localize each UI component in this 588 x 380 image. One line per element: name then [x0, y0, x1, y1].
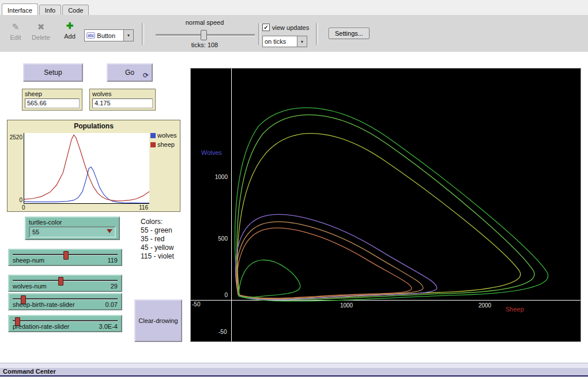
command-line[interactable]	[0, 377, 588, 380]
populations-series-svg	[24, 133, 149, 203]
command-center-header: Command Center	[0, 368, 588, 377]
wolves-num-slider[interactable]: wolves-num 29	[8, 275, 122, 292]
interface-canvas: Setup Go ⟳ sheep 565.66 wolves 4.175 Pop…	[0, 52, 588, 363]
slider-label: predation-rate-slider	[13, 323, 69, 330]
setup-label: Setup	[44, 69, 62, 77]
chevron-down-icon: ▼	[297, 36, 307, 47]
edit-button[interactable]: ✎ Edit	[3, 22, 28, 42]
toolbar-separator	[258, 23, 261, 45]
plot-drawing-area	[24, 133, 149, 204]
colors-note: Colors: 55 - green 35 - red 45 - yellow …	[141, 218, 195, 261]
colors-note-line: 55 - green	[141, 226, 195, 235]
update-mode-select[interactable]: on ticks ▼	[262, 36, 307, 47]
slider-value: 119	[107, 257, 118, 264]
toolbar-separator	[142, 23, 144, 45]
colors-note-line: 45 - yellow	[141, 244, 195, 252]
pencil-icon: ✎	[3, 22, 28, 32]
netlogo-window: Interface Info Code ✎ Edit ✖ Delete ✚ Ad…	[0, 0, 588, 380]
setup-button[interactable]: Setup	[23, 63, 83, 82]
go-label: Go	[125, 69, 134, 77]
monitor-label: sheep	[22, 89, 82, 97]
command-center-title: Command Center	[3, 368, 56, 375]
settings-button[interactable]: Settings...	[329, 28, 370, 39]
speed-slider-handle[interactable]	[201, 30, 207, 40]
sheep-num-slider[interactable]: sheep-num 119	[8, 249, 122, 266]
clear-drawing-button[interactable]: Clear-drowing	[134, 299, 182, 342]
x-min-tick: 0	[22, 204, 25, 211]
slider-value: 3.0E-4	[99, 323, 118, 330]
wolves-monitor: wolves 4.175	[89, 89, 156, 111]
x-max-tick: 116	[139, 204, 148, 211]
sheep-birth-rate-slider[interactable]: sheep-birth-rate-slider 0.07	[8, 293, 122, 310]
delete-icon: ✖	[29, 22, 53, 32]
add-widget-button[interactable]: ✚ Add	[58, 21, 82, 41]
abc-icon: abc	[86, 32, 95, 39]
y-tick-500: 500	[210, 235, 228, 242]
toolbar: ✎ Edit ✖ Delete ✚ Add abc Button ▼ norma…	[0, 15, 588, 52]
y-tick-0: 0	[210, 292, 228, 298]
slider-label: sheep-birth-rate-slider	[13, 301, 75, 308]
wolves-legend-label: wolves	[157, 132, 177, 139]
forever-loop-icon: ⟳	[143, 72, 149, 79]
view-updates-label: view updates	[272, 24, 309, 31]
clear-drawing-label: Clear-drowing	[138, 317, 178, 324]
monitor-value: 4.175	[92, 98, 153, 108]
sheep-legend-swatch	[150, 142, 156, 147]
x-tick-2000: 2000	[476, 302, 493, 309]
colors-note-title: Colors:	[141, 218, 195, 226]
monitor-value: 565.66	[25, 98, 80, 108]
checkbox-check-icon: ✓	[262, 24, 270, 31]
tab-code[interactable]: Code	[62, 5, 89, 16]
y-min-tick: -50	[218, 329, 227, 335]
slider-groove	[13, 320, 118, 322]
delete-label: Delete	[32, 34, 50, 41]
ticks-counter: ticks: 108	[166, 41, 243, 48]
slider-groove	[13, 280, 118, 282]
tab-info[interactable]: Info	[39, 5, 61, 16]
predation-rate-slider[interactable]: predation-rate-slider 3.0E-4	[8, 315, 122, 332]
view-updates-checkbox[interactable]: ✓ view updates	[262, 24, 309, 31]
y-min-tick: 0	[7, 197, 22, 203]
sheep-monitor: sheep 565.66	[22, 89, 82, 111]
widget-type-value: Button	[97, 32, 115, 39]
y-max-tick: 2520	[7, 134, 22, 140]
x-tick-1000: 1000	[338, 302, 355, 309]
slider-label: sheep-num	[13, 257, 44, 264]
populations-plot: Populations 2520 0 0 116 wolves sheep	[7, 120, 180, 212]
legend-item-sheep: sheep	[150, 141, 175, 148]
sheep-legend-label: sheep	[157, 141, 175, 148]
chevron-down-icon	[107, 229, 112, 233]
x-axis-title: Sheep	[506, 306, 524, 313]
add-label: Add	[64, 33, 76, 40]
wolves-legend-swatch	[150, 133, 156, 138]
world-view-canvas: Wolves Sheep 1000 500 0 -50 1000 2000 -5…	[190, 68, 581, 342]
tab-bar: Interface Info Code	[0, 0, 588, 16]
go-button[interactable]: Go ⟳	[107, 63, 153, 82]
plus-icon: ✚	[58, 21, 82, 31]
monitor-label: wolves	[90, 89, 155, 97]
turtles-color-chooser[interactable]: turtles-color 55	[25, 216, 120, 240]
slider-value: 0.07	[105, 301, 118, 308]
slider-value: 29	[111, 283, 118, 290]
plot-title: Populations	[7, 120, 180, 130]
y-axis-title: Wolves	[201, 149, 222, 156]
legend-item-wolves: wolves	[150, 132, 177, 139]
colors-note-line: 35 - red	[141, 235, 195, 244]
edit-label: Edit	[10, 34, 21, 41]
slider-label: wolves-num	[13, 283, 47, 290]
colors-note-line: 115 - violet	[141, 252, 195, 261]
speed-label: normal speed	[166, 19, 243, 26]
slider-groove	[13, 298, 118, 300]
x-min-tick: -50	[192, 301, 200, 307]
tab-interface[interactable]: Interface	[2, 3, 38, 16]
chooser-select[interactable]: 55	[29, 226, 116, 238]
speed-slider[interactable]	[156, 34, 255, 36]
chevron-down-icon: ▼	[123, 30, 133, 41]
phase-trajectories-svg	[191, 69, 581, 341]
y-tick-1000: 1000	[210, 174, 228, 180]
chooser-value: 55	[32, 229, 39, 235]
toolbar-separator	[316, 23, 318, 45]
widget-type-select[interactable]: abc Button ▼	[84, 29, 134, 41]
update-mode-value: on ticks	[265, 38, 286, 45]
delete-button[interactable]: ✖ Delete	[29, 22, 53, 42]
